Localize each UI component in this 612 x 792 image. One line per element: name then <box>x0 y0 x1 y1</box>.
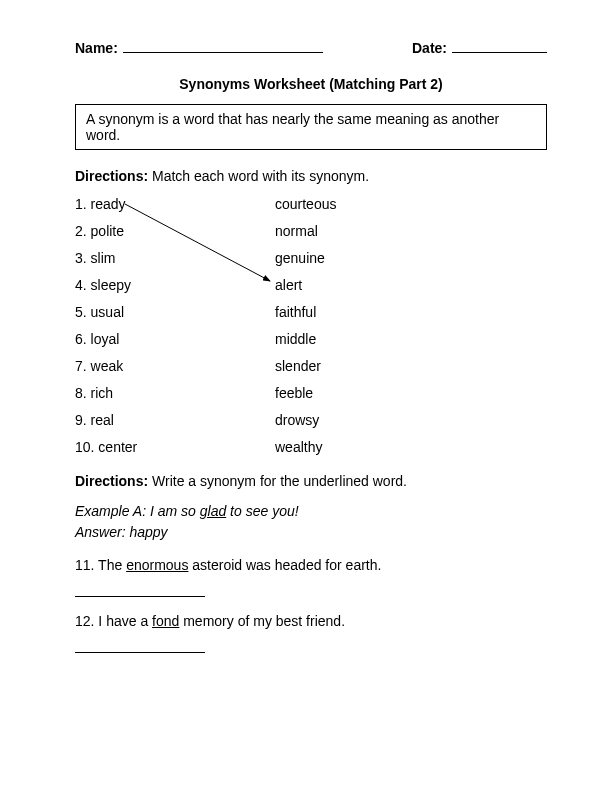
directions-text-2: Write a synonym for the underlined word. <box>148 473 407 489</box>
directions-text: Match each word with its synonym. <box>148 168 369 184</box>
name-section: Name: <box>75 40 323 56</box>
q12-suffix: memory of my best friend. <box>179 613 345 629</box>
example-answer: Answer: happy <box>75 522 547 543</box>
matching-row: 5. usualfaithful <box>75 304 547 320</box>
worksheet-title: Synonyms Worksheet (Matching Part 2) <box>75 76 547 92</box>
matching-row: 9. realdrowsy <box>75 412 547 428</box>
matching-row: 6. loyalmiddle <box>75 331 547 347</box>
definition-text: A synonym is a word that has nearly the … <box>86 111 499 143</box>
date-label: Date: <box>412 40 447 56</box>
header-row: Name: Date: <box>75 40 547 56</box>
example-underlined: glad <box>200 503 226 519</box>
q11-underlined: enormous <box>126 557 188 573</box>
part2-directions: Directions: Write a synonym for the unde… <box>75 473 547 489</box>
example-suffix: to see you! <box>226 503 298 519</box>
part1-directions: Directions: Match each word with its syn… <box>75 168 547 184</box>
name-blank[interactable] <box>123 52 323 53</box>
matching-right: feeble <box>275 385 547 401</box>
directions-label-2: Directions: <box>75 473 148 489</box>
matching-container: 1. readycourteous2. politenormal3. slimg… <box>75 196 547 455</box>
matching-left: 7. weak <box>75 358 275 374</box>
matching-right: normal <box>275 223 547 239</box>
matching-row: 2. politenormal <box>75 223 547 239</box>
matching-right: drowsy <box>275 412 547 428</box>
matching-row: 8. richfeeble <box>75 385 547 401</box>
date-section: Date: <box>412 40 547 56</box>
q11-suffix: asteroid was headed for earth. <box>188 557 381 573</box>
definition-box: A synonym is a word that has nearly the … <box>75 104 547 150</box>
example-prefix: Example A: I am so <box>75 503 200 519</box>
matching-right: courteous <box>275 196 547 212</box>
matching-right: alert <box>275 277 547 293</box>
matching-row: 1. readycourteous <box>75 196 547 212</box>
matching-row: 4. sleepyalert <box>75 277 547 293</box>
q12-answer-blank[interactable] <box>75 639 205 653</box>
matching-row: 7. weakslender <box>75 358 547 374</box>
matching-right: slender <box>275 358 547 374</box>
matching-left: 10. center <box>75 439 275 455</box>
matching-right: faithful <box>275 304 547 320</box>
matching-left: 2. polite <box>75 223 275 239</box>
directions-label: Directions: <box>75 168 148 184</box>
date-blank[interactable] <box>452 52 547 53</box>
matching-row: 3. slimgenuine <box>75 250 547 266</box>
example-block: Example A: I am so glad to see you! Answ… <box>75 501 547 543</box>
matching-left: 6. loyal <box>75 331 275 347</box>
q11-prefix: 11. The <box>75 557 126 573</box>
matching-left: 9. real <box>75 412 275 428</box>
matching-left: 3. slim <box>75 250 275 266</box>
part2-section: Directions: Write a synonym for the unde… <box>75 473 547 653</box>
matching-right: wealthy <box>275 439 547 455</box>
q11-answer-blank[interactable] <box>75 583 205 597</box>
q12-underlined: fond <box>152 613 179 629</box>
matching-row: 10. centerwealthy <box>75 439 547 455</box>
question-11: 11. The enormous asteroid was headed for… <box>75 557 547 573</box>
matching-right: genuine <box>275 250 547 266</box>
matching-left: 8. rich <box>75 385 275 401</box>
q12-prefix: 12. I have a <box>75 613 152 629</box>
name-label: Name: <box>75 40 118 56</box>
matching-left: 1. ready <box>75 196 275 212</box>
question-12: 12. I have a fond memory of my best frie… <box>75 613 547 629</box>
matching-right: middle <box>275 331 547 347</box>
matching-left: 5. usual <box>75 304 275 320</box>
example-line: Example A: I am so glad to see you! <box>75 501 547 522</box>
matching-left: 4. sleepy <box>75 277 275 293</box>
